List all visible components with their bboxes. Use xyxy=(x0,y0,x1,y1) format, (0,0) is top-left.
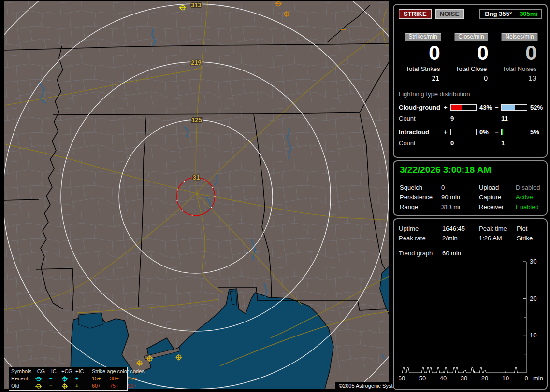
ic-plus-bar xyxy=(450,129,477,135)
peak-rate-label: Peak rate xyxy=(399,235,442,242)
strike-rate-spikes xyxy=(402,367,517,373)
close-per-min-button[interactable]: Close/min xyxy=(454,33,488,41)
legend-col-pos-ic: +IC xyxy=(75,368,87,375)
cg-plus-bar xyxy=(450,104,477,111)
legend-col-neg-cg: -CG xyxy=(35,368,49,375)
legend-recent-label: Recent xyxy=(11,375,35,382)
date-time: 3/22/2026 3:00:18 AM xyxy=(400,165,541,178)
noises-column: Noises/min 0 Total Noises 13 xyxy=(495,33,544,82)
trend-graph: 1020306050403020100min xyxy=(399,259,543,383)
receiver-status: Enabled xyxy=(516,203,550,210)
plus-sign: + xyxy=(444,104,450,111)
cloud-ground-label: Cloud-ground xyxy=(399,104,444,111)
ring-label-219: 219 xyxy=(191,59,202,66)
minus-sign: − xyxy=(495,128,501,136)
persistence-value: 90 min xyxy=(441,194,479,201)
svg-text:50: 50 xyxy=(419,375,426,382)
close-per-min-value: 0 xyxy=(447,41,495,64)
bearing-readout: Bng 355° 305mi xyxy=(479,9,542,19)
cg-minus-pct: 52% xyxy=(528,104,546,111)
svg-text:60: 60 xyxy=(399,375,405,382)
ring-label-31: 31 xyxy=(193,174,200,181)
svg-text:10: 10 xyxy=(530,332,536,339)
map-legend: Symbols -CG -IC +CG +IC Strike age color… xyxy=(9,367,128,391)
legend-recent-row: Recent − + 15+ 30+ 45+ xyxy=(11,375,127,382)
receiver-label: Receiver xyxy=(479,203,516,210)
trend-graph-label: Trend graph xyxy=(399,250,442,257)
legend-col-pos-cg: +CG xyxy=(61,368,75,375)
noises-per-min-value: 0 xyxy=(495,41,544,64)
peak-time-label: Peak time xyxy=(479,225,517,232)
ic-count-label: Count xyxy=(399,140,444,147)
persistence-label: Persistence xyxy=(400,194,441,201)
svg-text:30: 30 xyxy=(461,375,467,382)
total-strikes-value: 21 xyxy=(399,74,447,82)
legend-old-row: Old − + 60+ 75+ 90+ xyxy=(11,382,127,390)
peak-time-value: 1:26 AM xyxy=(479,235,517,242)
total-noises-value: 13 xyxy=(495,74,544,82)
cg-minus-count: 11 xyxy=(501,115,530,122)
age-code-75: 75+ xyxy=(110,382,128,390)
minus-ic-recent-icon: − xyxy=(49,375,61,382)
legend-header-row: Symbols -CG -IC +CG +IC Strike age color… xyxy=(11,368,127,375)
lightning-map[interactable]: 313 219 125 31 Symbols -CG -IC +CG +IC S… xyxy=(4,1,389,389)
ic-plus-pct: 0% xyxy=(477,128,495,136)
svg-text:20: 20 xyxy=(530,295,536,302)
strike-toggle-button[interactable]: STRIKE xyxy=(399,9,432,19)
total-close-value: 0 xyxy=(447,74,495,82)
intracloud-label: Intracloud xyxy=(399,128,444,136)
legend-age-header: Strike age color codes xyxy=(92,368,145,375)
plot-value: Strike xyxy=(517,235,546,242)
ic-minus-count: 1 xyxy=(501,140,530,147)
minus-sign: − xyxy=(495,104,501,111)
plus-cg-old-icon xyxy=(61,383,69,389)
noise-toggle-button[interactable]: NOISE xyxy=(435,9,464,19)
squelch-label: Squelch xyxy=(400,184,441,191)
cg-plus-pct: 43% xyxy=(477,104,495,111)
counters-panel: STRIKE NOISE Bng 355° 305mi Strikes/min … xyxy=(393,4,548,158)
plot-label: Plot xyxy=(517,225,546,232)
strikes-per-min-button[interactable]: Strikes/min xyxy=(405,33,441,41)
status-row: Squelch 0 Upload Disabled xyxy=(400,182,541,192)
trend-graph-row: Trend graph 60 min xyxy=(399,248,542,258)
total-noises-label: Total Noises xyxy=(495,65,544,72)
cg-count-label: Count xyxy=(399,115,444,122)
age-code-30: 30+ xyxy=(110,375,128,382)
strikes-column: Strikes/min 0 Total Strikes 21 xyxy=(399,33,447,82)
plus-ic-recent-icon: + xyxy=(75,375,87,382)
trend-panel: Uptime 1646:45 Peak time Plot Peak rate … xyxy=(393,218,548,390)
noises-per-min-button[interactable]: Noises/min xyxy=(501,33,537,41)
plus-sign: + xyxy=(444,128,450,136)
upload-status: Disabled xyxy=(516,184,550,191)
cg-plus-count: 9 xyxy=(450,115,495,122)
uptime-value: 1646:45 xyxy=(442,225,479,232)
upload-label: Upload xyxy=(479,184,516,191)
age-code-45: 45+ xyxy=(128,375,145,382)
age-code-15: 15+ xyxy=(92,375,110,382)
range-value: 313 mi xyxy=(441,203,479,210)
status-row: Range 313 mi Receiver Enabled xyxy=(400,202,541,211)
capture-status: Active xyxy=(516,194,550,201)
squelch-value: 0 xyxy=(441,184,479,191)
minus-cg-old-icon xyxy=(35,383,43,389)
uptime-label: Uptime xyxy=(399,225,442,232)
plus-ic-old-icon: + xyxy=(75,382,87,390)
total-strikes-label: Total Strikes xyxy=(399,65,447,72)
ring-label-313: 313 xyxy=(191,1,202,9)
ring-label-125: 125 xyxy=(191,116,202,124)
svg-text:10: 10 xyxy=(502,375,509,382)
intracloud-count-row: Count 0 1 xyxy=(399,140,542,147)
capture-label: Capture xyxy=(479,194,516,201)
strikes-per-min-value: 0 xyxy=(399,41,447,64)
app-window: 313 219 125 31 Symbols -CG -IC +CG +IC S… xyxy=(0,0,550,392)
plus-cg-recent-icon xyxy=(61,376,69,382)
svg-text:30: 30 xyxy=(530,259,536,265)
stats-row: Uptime 1646:45 Peak time Plot xyxy=(399,224,542,233)
peak-rate-value: 2/min xyxy=(442,235,479,242)
bearing-value: Bng 355° xyxy=(485,10,512,17)
bearing-range: 305mi xyxy=(520,10,537,17)
total-close-label: Total Close xyxy=(447,65,495,72)
cloud-ground-count-row: Count 9 11 xyxy=(399,115,542,122)
map-canvas: 313 219 125 31 xyxy=(4,1,389,389)
status-panel: 3/22/2026 3:00:18 AM Squelch 0 Upload Di… xyxy=(393,160,548,216)
